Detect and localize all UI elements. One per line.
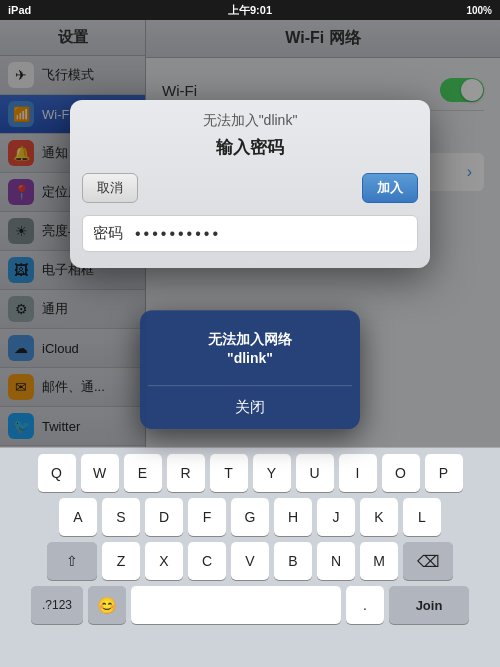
key-p[interactable]: P <box>425 454 463 492</box>
keyboard-row-1: QWERTYUIOP <box>3 454 497 492</box>
dialog-join-button[interactable]: 加入 <box>362 173 418 203</box>
key-g[interactable]: G <box>231 498 269 536</box>
dialog-cancel-button[interactable]: 取消 <box>82 173 138 203</box>
key-e[interactable]: E <box>124 454 162 492</box>
key-z[interactable]: Z <box>102 542 140 580</box>
keyboard-row-4: .?123 😊 . Join <box>3 586 497 624</box>
password-dots: •••••••••• <box>135 225 221 243</box>
error-text-line1: 无法加入网络 <box>208 331 292 347</box>
keyboard: QWERTYUIOP ASDFGHJKL ⇧ZXCVBNM⌫ .?123 😊 .… <box>0 447 500 667</box>
dialog-buttons-top: 取消 加入 <box>70 169 430 211</box>
status-left: iPad <box>8 4 31 16</box>
key-delete[interactable]: ⌫ <box>403 542 453 580</box>
key-emoji[interactable]: 😊 <box>88 586 126 624</box>
password-label: 密码 <box>93 224 123 243</box>
key-o[interactable]: O <box>382 454 420 492</box>
status-time: 上午9:01 <box>228 3 272 18</box>
key-join[interactable]: Join <box>389 586 469 624</box>
password-dialog: 无法加入"dlink" 输入密码 取消 加入 密码 •••••••••• <box>70 100 430 268</box>
key-l[interactable]: L <box>403 498 441 536</box>
key-h[interactable]: H <box>274 498 312 536</box>
error-message: 无法加入网络 "dlink" <box>140 310 360 385</box>
key-space[interactable] <box>131 586 341 624</box>
battery-label: 100% <box>466 5 492 16</box>
dialog-subtitle: 输入密码 <box>70 134 430 169</box>
key-x[interactable]: X <box>145 542 183 580</box>
error-text-line2: "dlink" <box>227 350 273 366</box>
key-t[interactable]: T <box>210 454 248 492</box>
key-c[interactable]: C <box>188 542 226 580</box>
status-right: 100% <box>466 5 492 16</box>
dialog-title: 无法加入"dlink" <box>70 100 430 134</box>
key-y[interactable]: Y <box>253 454 291 492</box>
key-n[interactable]: N <box>317 542 355 580</box>
error-close-button[interactable]: 关闭 <box>140 386 360 429</box>
key-d[interactable]: D <box>145 498 183 536</box>
keyboard-row-3: ⇧ZXCVBNM⌫ <box>3 542 497 580</box>
key-s[interactable]: S <box>102 498 140 536</box>
key-f[interactable]: F <box>188 498 226 536</box>
device-label: iPad <box>8 4 31 16</box>
key-u[interactable]: U <box>296 454 334 492</box>
key-k[interactable]: K <box>360 498 398 536</box>
error-dialog: 无法加入网络 "dlink" 关闭 <box>140 310 360 429</box>
key-j[interactable]: J <box>317 498 355 536</box>
key-v[interactable]: V <box>231 542 269 580</box>
key-r[interactable]: R <box>167 454 205 492</box>
key-b[interactable]: B <box>274 542 312 580</box>
key-w[interactable]: W <box>81 454 119 492</box>
key-i[interactable]: I <box>339 454 377 492</box>
key-a[interactable]: A <box>59 498 97 536</box>
password-field-row[interactable]: 密码 •••••••••• <box>82 215 418 252</box>
key-m[interactable]: M <box>360 542 398 580</box>
keyboard-row-2: ASDFGHJKL <box>3 498 497 536</box>
key-num1[interactable]: .?123 <box>31 586 83 624</box>
error-title: 无法加入网络 "dlink" <box>156 330 344 369</box>
key-q[interactable]: Q <box>38 454 76 492</box>
key-period[interactable]: . <box>346 586 384 624</box>
key-shift[interactable]: ⇧ <box>47 542 97 580</box>
status-bar: iPad 上午9:01 100% <box>0 0 500 20</box>
